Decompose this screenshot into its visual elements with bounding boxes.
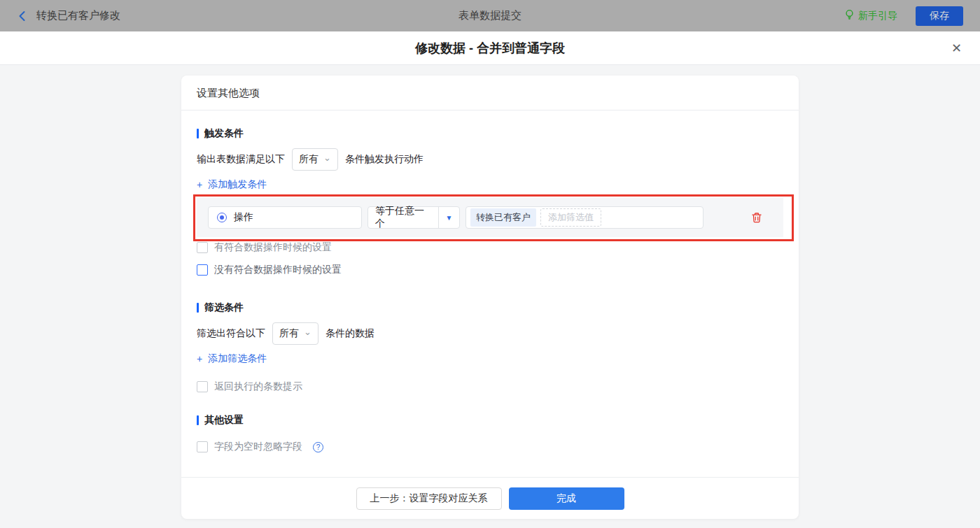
beginner-guide-link[interactable]: 新手引导 (844, 9, 897, 23)
plus-icon: + (197, 179, 202, 190)
options-panel: 设置其他选项 触发条件 输出表数据满足以下 所有 ⌄ 条件触发执行动作 + 添加… (181, 76, 799, 519)
back-title: 转换已有客户修改 (36, 9, 120, 22)
lightbulb-icon (844, 9, 855, 23)
chevron-down-icon: ⌄ (323, 153, 331, 162)
condition-row: 操作 等于任意一个 ▼ 转换已有客户 添加筛选值 (197, 198, 783, 237)
condition-value-input[interactable]: 转换已有客户 添加筛选值 (465, 206, 704, 229)
trigger-match-select[interactable]: 所有 ⌄ (292, 148, 338, 171)
value-tag: 转换已有客户 (470, 208, 536, 227)
delete-condition-button[interactable] (751, 212, 762, 224)
help-icon[interactable]: ? (313, 442, 323, 452)
trash-icon (751, 212, 762, 224)
trigger-section-title: 触发条件 (197, 127, 783, 140)
filter-sentence: 筛选出符合以下 所有 ⌄ 条件的数据 (197, 322, 783, 345)
checkbox-count-tip[interactable]: 返回执行的条数提示 (197, 380, 302, 393)
section-bar (197, 129, 199, 138)
caret-down-icon: ▼ (438, 207, 459, 228)
condition-field-select[interactable]: 操作 (208, 206, 362, 229)
beginner-guide-label: 新手引导 (858, 10, 897, 22)
dialog-title: 修改数据 - 合并到普通字段 (415, 40, 565, 57)
filter-match-select[interactable]: 所有 ⌄ (272, 322, 318, 345)
trigger-sentence-prefix: 输出表数据满足以下 (197, 153, 285, 166)
add-filter-value-button[interactable]: 添加筛选值 (540, 208, 601, 227)
page-title: 表单数据提交 (0, 9, 980, 22)
checkbox-ignore-empty-field[interactable]: 字段为空时忽略字段 ? (197, 441, 323, 453)
add-filter-condition-link[interactable]: + 添加筛选条件 (197, 352, 267, 366)
checkbox-icon[interactable] (197, 242, 208, 253)
back-icon[interactable] (17, 10, 28, 22)
trigger-sentence-suffix: 条件触发执行动作 (345, 153, 424, 166)
checkbox-icon[interactable] (197, 441, 208, 452)
checkbox-no-match-settings[interactable]: 没有符合数据操作时候的设置 (197, 264, 342, 276)
filter-section-title: 筛选条件 (197, 301, 783, 314)
dialog-header: 修改数据 - 合并到普通字段 ✕ (0, 31, 980, 65)
trigger-sentence: 输出表数据满足以下 所有 ⌄ 条件触发执行动作 (197, 148, 783, 171)
chevron-down-icon: ⌄ (304, 327, 312, 336)
close-icon[interactable]: ✕ (951, 42, 962, 55)
previous-step-button[interactable]: 上一步：设置字段对应关系 (356, 487, 502, 510)
back-nav[interactable]: 转换已有客户修改 (17, 9, 120, 22)
section-bar (197, 415, 199, 425)
condition-operator-select[interactable]: 等于任意一个 ▼ (368, 206, 460, 229)
panel-footer: 上一步：设置字段对应关系 完成 (181, 477, 799, 519)
panel-content: 触发条件 输出表数据满足以下 所有 ⌄ 条件触发执行动作 + 添加触发条件 操作 (181, 110, 799, 477)
radio-field-icon (217, 213, 227, 222)
done-button[interactable]: 完成 (509, 487, 624, 510)
save-button[interactable]: 保存 (916, 6, 963, 26)
section-bar (197, 303, 199, 313)
topbar-actions: 新手引导 保存 (844, 6, 963, 26)
topbar: 转换已有客户修改 表单数据提交 新手引导 保存 (0, 0, 980, 31)
plus-icon: + (197, 353, 202, 364)
checkbox-has-match-settings[interactable]: 有符合数据操作时候的设置 (197, 241, 332, 254)
dialog-body: 设置其他选项 触发条件 输出表数据满足以下 所有 ⌄ 条件触发执行动作 + 添加… (0, 65, 980, 528)
filter-sentence-prefix: 筛选出符合以下 (197, 327, 265, 340)
trigger-condition-area: 操作 等于任意一个 ▼ 转换已有客户 添加筛选值 (197, 198, 783, 237)
checkbox-icon[interactable] (197, 381, 208, 392)
add-trigger-condition-link[interactable]: + 添加触发条件 (197, 178, 267, 192)
other-section-title: 其他设置 (197, 414, 783, 427)
checkbox-icon[interactable] (197, 264, 208, 276)
panel-header: 设置其他选项 (181, 76, 799, 110)
filter-sentence-suffix: 条件的数据 (326, 327, 374, 340)
